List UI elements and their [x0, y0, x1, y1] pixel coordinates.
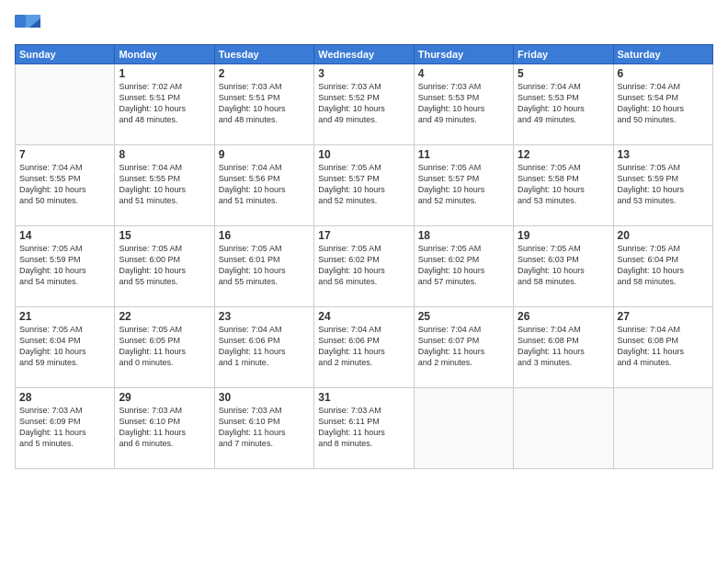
- day-header-wednesday: Wednesday: [314, 45, 414, 64]
- day-header-thursday: Thursday: [414, 45, 513, 64]
- cell-info: Sunrise: 7:04 AM Sunset: 5:53 PM Dayligh…: [518, 81, 609, 126]
- calendar-cell: 16Sunrise: 7:05 AM Sunset: 6:01 PM Dayli…: [214, 226, 313, 307]
- day-number: 9: [219, 148, 310, 161]
- calendar-cell: [414, 388, 513, 469]
- calendar-header-row: SundayMondayTuesdayWednesdayThursdayFrid…: [16, 45, 713, 64]
- calendar-cell: 9Sunrise: 7:04 AM Sunset: 5:56 PM Daylig…: [214, 145, 313, 226]
- calendar-cell: 20Sunrise: 7:05 AM Sunset: 6:04 PM Dayli…: [613, 226, 712, 307]
- day-header-monday: Monday: [115, 45, 214, 64]
- cell-info: Sunrise: 7:02 AM Sunset: 5:51 PM Dayligh…: [119, 81, 210, 126]
- cell-info: Sunrise: 7:04 AM Sunset: 5:56 PM Dayligh…: [219, 162, 310, 207]
- cell-info: Sunrise: 7:03 AM Sunset: 5:53 PM Dayligh…: [418, 81, 509, 126]
- cell-info: Sunrise: 7:05 AM Sunset: 6:01 PM Dayligh…: [219, 243, 310, 288]
- calendar-cell: 31Sunrise: 7:03 AM Sunset: 6:11 PM Dayli…: [314, 388, 414, 469]
- cell-info: Sunrise: 7:05 AM Sunset: 6:04 PM Dayligh…: [618, 243, 709, 288]
- page: SundayMondayTuesdayWednesdayThursdayFrid…: [0, 0, 728, 563]
- day-number: 15: [119, 229, 210, 242]
- calendar-week-5: 28Sunrise: 7:03 AM Sunset: 6:09 PM Dayli…: [16, 388, 713, 469]
- calendar-cell: 4Sunrise: 7:03 AM Sunset: 5:53 PM Daylig…: [414, 64, 513, 145]
- cell-info: Sunrise: 7:03 AM Sunset: 5:51 PM Dayligh…: [219, 81, 310, 126]
- calendar-week-2: 7Sunrise: 7:04 AM Sunset: 5:55 PM Daylig…: [16, 145, 713, 226]
- cell-info: Sunrise: 7:05 AM Sunset: 6:00 PM Dayligh…: [119, 243, 210, 288]
- calendar-week-1: 1Sunrise: 7:02 AM Sunset: 5:51 PM Daylig…: [16, 64, 713, 145]
- calendar-cell: 13Sunrise: 7:05 AM Sunset: 5:59 PM Dayli…: [613, 145, 712, 226]
- cell-info: Sunrise: 7:04 AM Sunset: 5:54 PM Dayligh…: [618, 81, 709, 126]
- calendar-cell: 1Sunrise: 7:02 AM Sunset: 5:51 PM Daylig…: [115, 64, 214, 145]
- calendar-cell: [514, 388, 613, 469]
- svg-rect-0: [15, 15, 26, 28]
- day-number: 29: [119, 391, 210, 404]
- logo: [15, 15, 44, 37]
- day-number: 28: [19, 391, 110, 404]
- cell-info: Sunrise: 7:05 AM Sunset: 6:03 PM Dayligh…: [518, 243, 609, 288]
- cell-info: Sunrise: 7:05 AM Sunset: 6:05 PM Dayligh…: [119, 324, 210, 369]
- day-number: 5: [518, 67, 609, 80]
- day-number: 17: [318, 229, 409, 242]
- day-header-sunday: Sunday: [16, 45, 115, 64]
- cell-info: Sunrise: 7:04 AM Sunset: 5:55 PM Dayligh…: [19, 162, 110, 207]
- calendar-cell: 24Sunrise: 7:04 AM Sunset: 6:06 PM Dayli…: [314, 307, 414, 388]
- day-number: 12: [518, 148, 609, 161]
- cell-info: Sunrise: 7:05 AM Sunset: 6:02 PM Dayligh…: [318, 243, 409, 288]
- calendar-cell: 15Sunrise: 7:05 AM Sunset: 6:00 PM Dayli…: [115, 226, 214, 307]
- day-number: 22: [119, 310, 210, 323]
- day-header-friday: Friday: [514, 45, 613, 64]
- day-number: 13: [618, 148, 709, 161]
- cell-info: Sunrise: 7:05 AM Sunset: 6:02 PM Dayligh…: [418, 243, 509, 288]
- day-number: 2: [219, 67, 310, 80]
- cell-info: Sunrise: 7:03 AM Sunset: 6:09 PM Dayligh…: [19, 405, 110, 450]
- logo-icon: [15, 15, 40, 37]
- day-number: 11: [418, 148, 509, 161]
- cell-info: Sunrise: 7:04 AM Sunset: 6:08 PM Dayligh…: [518, 324, 609, 369]
- calendar-cell: 3Sunrise: 7:03 AM Sunset: 5:52 PM Daylig…: [314, 64, 414, 145]
- cell-info: Sunrise: 7:04 AM Sunset: 5:55 PM Dayligh…: [119, 162, 210, 207]
- day-number: 19: [518, 229, 609, 242]
- cell-info: Sunrise: 7:05 AM Sunset: 5:57 PM Dayligh…: [318, 162, 409, 207]
- day-number: 23: [219, 310, 310, 323]
- day-number: 8: [119, 148, 210, 161]
- cell-info: Sunrise: 7:03 AM Sunset: 6:11 PM Dayligh…: [318, 405, 409, 450]
- cell-info: Sunrise: 7:04 AM Sunset: 6:08 PM Dayligh…: [618, 324, 709, 369]
- day-number: 31: [318, 391, 409, 404]
- day-number: 27: [618, 310, 709, 323]
- day-number: 26: [518, 310, 609, 323]
- cell-info: Sunrise: 7:03 AM Sunset: 6:10 PM Dayligh…: [119, 405, 210, 450]
- cell-info: Sunrise: 7:05 AM Sunset: 5:57 PM Dayligh…: [418, 162, 509, 207]
- cell-info: Sunrise: 7:03 AM Sunset: 5:52 PM Dayligh…: [318, 81, 409, 126]
- header: [15, 15, 713, 37]
- calendar-cell: 10Sunrise: 7:05 AM Sunset: 5:57 PM Dayli…: [314, 145, 414, 226]
- calendar-cell: 5Sunrise: 7:04 AM Sunset: 5:53 PM Daylig…: [514, 64, 613, 145]
- calendar-cell: 23Sunrise: 7:04 AM Sunset: 6:06 PM Dayli…: [214, 307, 313, 388]
- calendar-cell: 21Sunrise: 7:05 AM Sunset: 6:04 PM Dayli…: [16, 307, 115, 388]
- calendar-cell: 30Sunrise: 7:03 AM Sunset: 6:10 PM Dayli…: [214, 388, 313, 469]
- day-number: 20: [618, 229, 709, 242]
- calendar-cell: 6Sunrise: 7:04 AM Sunset: 5:54 PM Daylig…: [613, 64, 712, 145]
- day-number: 14: [19, 229, 110, 242]
- day-number: 25: [418, 310, 509, 323]
- calendar-table: SundayMondayTuesdayWednesdayThursdayFrid…: [15, 44, 713, 469]
- calendar-cell: 25Sunrise: 7:04 AM Sunset: 6:07 PM Dayli…: [414, 307, 513, 388]
- calendar-cell: 2Sunrise: 7:03 AM Sunset: 5:51 PM Daylig…: [214, 64, 313, 145]
- day-number: 30: [219, 391, 310, 404]
- day-header-tuesday: Tuesday: [214, 45, 313, 64]
- cell-info: Sunrise: 7:04 AM Sunset: 6:07 PM Dayligh…: [418, 324, 509, 369]
- calendar-cell: 8Sunrise: 7:04 AM Sunset: 5:55 PM Daylig…: [115, 145, 214, 226]
- calendar-cell: 12Sunrise: 7:05 AM Sunset: 5:58 PM Dayli…: [514, 145, 613, 226]
- cell-info: Sunrise: 7:04 AM Sunset: 6:06 PM Dayligh…: [219, 324, 310, 369]
- calendar-cell: 14Sunrise: 7:05 AM Sunset: 5:59 PM Dayli…: [16, 226, 115, 307]
- day-number: 3: [318, 67, 409, 80]
- day-number: 24: [318, 310, 409, 323]
- calendar-cell: 7Sunrise: 7:04 AM Sunset: 5:55 PM Daylig…: [16, 145, 115, 226]
- cell-info: Sunrise: 7:03 AM Sunset: 6:10 PM Dayligh…: [219, 405, 310, 450]
- calendar-cell: 17Sunrise: 7:05 AM Sunset: 6:02 PM Dayli…: [314, 226, 414, 307]
- cell-info: Sunrise: 7:04 AM Sunset: 6:06 PM Dayligh…: [318, 324, 409, 369]
- day-header-saturday: Saturday: [613, 45, 712, 64]
- calendar-cell: 27Sunrise: 7:04 AM Sunset: 6:08 PM Dayli…: [613, 307, 712, 388]
- calendar-week-4: 21Sunrise: 7:05 AM Sunset: 6:04 PM Dayli…: [16, 307, 713, 388]
- calendar-week-3: 14Sunrise: 7:05 AM Sunset: 5:59 PM Dayli…: [16, 226, 713, 307]
- cell-info: Sunrise: 7:05 AM Sunset: 5:59 PM Dayligh…: [618, 162, 709, 207]
- day-number: 7: [19, 148, 110, 161]
- day-number: 21: [19, 310, 110, 323]
- calendar-cell: 19Sunrise: 7:05 AM Sunset: 6:03 PM Dayli…: [514, 226, 613, 307]
- cell-info: Sunrise: 7:05 AM Sunset: 6:04 PM Dayligh…: [19, 324, 110, 369]
